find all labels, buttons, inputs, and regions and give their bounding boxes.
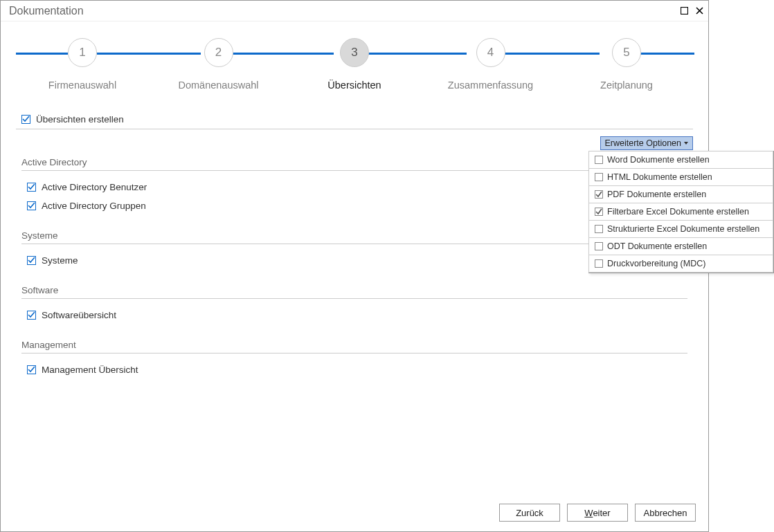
section-item-label: Active Directory Benutzer: [42, 182, 147, 192]
step-label: Zusammenfassung: [448, 80, 533, 91]
wizard-step-4[interactable]: 4 Zusammenfassung: [424, 34, 557, 91]
wizard-step-1[interactable]: 1 Firmenauswahl: [16, 34, 149, 91]
checkbox[interactable]: [595, 259, 603, 268]
checkbox[interactable]: [595, 190, 603, 199]
advanced-option-label: PDF Dokumente erstellen: [607, 190, 706, 199]
section-item: Softwareübersicht: [21, 306, 687, 324]
section-item: Systeme: [21, 251, 687, 270]
step-number: 3: [340, 38, 369, 67]
checkbox[interactable]: [595, 208, 603, 216]
section-item-label: Systeme: [42, 255, 78, 266]
cancel-button-label: Abbrechen: [644, 508, 687, 518]
back-button-label: Zurück: [516, 508, 543, 518]
section: SoftwareSoftwareübersicht: [21, 279, 687, 324]
section: SystemeSysteme: [21, 225, 687, 270]
advanced-option-item[interactable]: Strukturierte Excel Dokumente erstellen: [588, 220, 773, 237]
wizard-step-2[interactable]: 2 Domänenauswahl: [152, 34, 285, 91]
checkbox[interactable]: [595, 242, 603, 250]
advanced-option-label: Strukturierte Excel Dokumente erstellen: [607, 224, 759, 234]
create-overviews-row: Übersichten erstellen: [16, 110, 693, 129]
advanced-option-label: Word Dokumente erstellen: [607, 155, 710, 165]
step-label: Übersichten: [327, 80, 381, 91]
window-controls: [679, 6, 704, 16]
titlebar: Dokumentation: [1, 1, 708, 21]
checkbox[interactable]: [595, 225, 603, 233]
step-number: 4: [476, 38, 505, 67]
checkbox[interactable]: [595, 156, 603, 164]
close-icon[interactable]: [694, 6, 704, 16]
advanced-options-label: Erweiterte Optionen: [605, 138, 681, 148]
cancel-button[interactable]: Abbrechen: [635, 504, 696, 522]
checkbox[interactable]: [27, 311, 36, 320]
advanced-option-item[interactable]: ODT Dokumente erstellen: [588, 237, 773, 255]
advanced-option-item[interactable]: PDF Dokumente erstellen: [588, 185, 773, 203]
section-title: Management: [21, 334, 687, 354]
step-label: Domänenauswahl: [178, 80, 258, 91]
step-label: Zeitplanung: [600, 80, 653, 91]
checkbox[interactable]: [27, 256, 36, 265]
checkbox[interactable]: [27, 201, 36, 210]
section: Active DirectoryActive Directory Benutze…: [21, 152, 687, 215]
step-label: Firmenauswahl: [48, 80, 116, 91]
advanced-option-label: ODT Dokumente erstellen: [607, 241, 707, 251]
advanced-option-label: Druckvorbereitung (MDC): [607, 259, 705, 268]
advanced-option-item[interactable]: Filterbare Excel Dokumente erstellen: [588, 203, 773, 220]
window-title: Dokumentation: [9, 5, 679, 17]
section-item-label: Softwareübersicht: [42, 310, 116, 320]
checkbox[interactable]: [27, 183, 36, 192]
step-number: 2: [204, 38, 233, 67]
footer-buttons: Zurück Weiter Abbrechen: [499, 504, 696, 522]
step-number: 5: [612, 38, 641, 67]
advanced-option-item[interactable]: Word Dokumente erstellen: [588, 151, 773, 168]
wizard-step-3[interactable]: 3 Übersichten: [288, 34, 421, 91]
maximize-icon[interactable]: [679, 6, 689, 16]
section-item-label: Management Übersicht: [42, 365, 138, 375]
section-item: Active Directory Benutzer: [21, 178, 687, 196]
advanced-options-button[interactable]: Erweiterte Optionen: [600, 136, 693, 150]
section-title: Systeme: [21, 225, 687, 244]
next-button-label: Weiter: [584, 508, 610, 518]
checkbox[interactable]: [595, 173, 603, 181]
step-number: 1: [68, 38, 97, 67]
dialog-window: Dokumentation 1 Firmenauswahl: [0, 0, 709, 532]
create-overviews-checkbox[interactable]: [21, 115, 30, 124]
advanced-options-panel: Word Dokumente erstellenHTML Dokumente e…: [588, 151, 774, 273]
svg-rect-0: [681, 8, 687, 15]
wizard-step-5[interactable]: 5 Zeitplanung: [560, 34, 693, 91]
back-button[interactable]: Zurück: [499, 504, 560, 522]
section-title: Software: [21, 279, 687, 299]
advanced-option-label: HTML Dokumente erstellen: [607, 172, 712, 182]
advanced-option-item[interactable]: HTML Dokumente erstellen: [588, 168, 773, 185]
wizard-stepper: 1 Firmenauswahl 2 Domänenauswahl 3 Übers…: [16, 34, 693, 103]
create-overviews-label: Übersichten erstellen: [36, 114, 124, 125]
advanced-option-item[interactable]: Druckvorbereitung (MDC): [588, 255, 773, 273]
advanced-option-label: Filterbare Excel Dokumente erstellen: [607, 207, 749, 217]
section-item: Active Directory Gruppen: [21, 196, 687, 215]
chevron-down-icon: [684, 142, 688, 145]
section-item: Management Übersicht: [21, 360, 687, 379]
section-item-label: Active Directory Gruppen: [42, 201, 146, 211]
checkbox[interactable]: [27, 365, 36, 374]
next-button[interactable]: Weiter: [567, 504, 628, 522]
section: ManagementManagement Übersicht: [21, 334, 687, 379]
section-title: Active Directory: [21, 152, 687, 171]
